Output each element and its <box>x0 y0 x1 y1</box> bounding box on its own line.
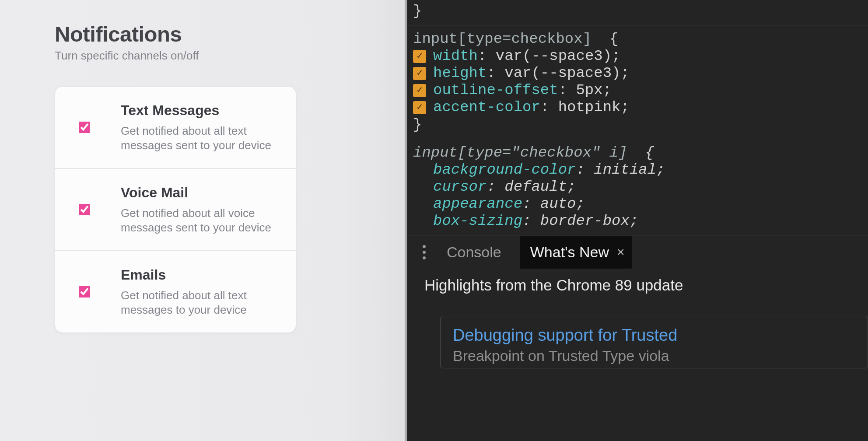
toggle-declaration-icon[interactable]: ✓ <box>413 67 426 80</box>
styles-pane[interactable]: } input[type=checkbox] { ✓ width: var(--… <box>407 0 868 235</box>
tab-whats-new[interactable]: What's New × <box>520 236 632 269</box>
notification-desc: Get notified about all text messages to … <box>121 288 278 317</box>
notification-text: Emails Get notified about all text messa… <box>121 267 283 317</box>
whats-new-headline: Highlights from the Chrome 89 update <box>424 276 868 294</box>
notification-desc: Get notified about all text messages sen… <box>121 124 278 152</box>
drawer-body: Highlights from the Chrome 89 update Deb… <box>407 269 868 368</box>
page-title: Notifications <box>55 22 350 46</box>
toggle-declaration-icon[interactable]: ✓ <box>413 84 426 97</box>
css-declaration: appearance: auto; <box>413 196 868 213</box>
css-prop: background-color <box>433 161 576 178</box>
checkbox-voice-mail[interactable] <box>79 204 90 215</box>
close-icon[interactable]: × <box>617 245 625 259</box>
css-prop: cursor <box>433 178 486 196</box>
css-val[interactable]: hotpink <box>558 99 621 116</box>
css-val: initial <box>594 161 656 178</box>
css-val[interactable]: var(--space3) <box>496 48 612 65</box>
notification-text: Text Messages Get notified about all tex… <box>121 102 283 152</box>
notification-text: Voice Mail Get notified about all voice … <box>121 185 283 234</box>
devtools-drawer: Console What's New × Highlights from the… <box>407 235 868 441</box>
css-declaration: cursor: default; <box>413 178 868 196</box>
rule-separator <box>407 25 868 25</box>
page-subtitle: Turn specific channels on/off <box>55 49 350 63</box>
css-prop: box-sizing <box>433 213 522 230</box>
checkbox-emails[interactable] <box>79 286 90 298</box>
css-declaration[interactable]: ✓ width: var(--space3); <box>413 48 868 65</box>
toggle-declaration-icon[interactable]: ✓ <box>413 50 426 63</box>
css-declaration[interactable]: ✓ accent-color: hotpink; <box>413 99 868 116</box>
css-val: auto <box>540 196 576 213</box>
tab-console[interactable]: Console <box>442 238 506 267</box>
tab-label: What's New <box>530 244 609 261</box>
css-rule-user-agent: input[type="checkbox" i] { background-co… <box>413 144 868 230</box>
rule-separator <box>407 139 868 139</box>
whats-new-article[interactable]: Debugging support for Trusted Breakpoint… <box>440 316 868 368</box>
css-declaration[interactable]: ✓ outline-offset: 5px; <box>413 82 868 99</box>
css-prop[interactable]: height <box>433 65 486 82</box>
notification-desc: Get notified about all voice messages se… <box>121 206 278 234</box>
toggle-declaration-icon[interactable]: ✓ <box>413 101 426 114</box>
brace-close: } <box>413 116 422 133</box>
css-val: default <box>504 178 567 196</box>
article-excerpt: Breakpoint on Trusted Type viola <box>453 347 855 364</box>
more-icon[interactable] <box>420 245 428 259</box>
article-link[interactable]: Debugging support for Trusted <box>453 326 855 345</box>
css-rule-user[interactable]: input[type=checkbox] { ✓ width: var(--sp… <box>413 31 868 133</box>
css-val[interactable]: var(--space3) <box>504 65 620 82</box>
brace-close: } <box>413 3 422 19</box>
css-prop[interactable]: accent-color <box>433 99 540 116</box>
notification-row-emails[interactable]: Emails Get notified about all text messa… <box>55 250 296 332</box>
css-prop[interactable]: width <box>433 48 478 65</box>
css-selector: input[type="checkbox" i] <box>413 144 627 161</box>
css-prop: appearance <box>433 196 522 213</box>
css-declaration[interactable]: ✓ height: var(--space3); <box>413 65 868 82</box>
checkbox-text-messages[interactable] <box>79 122 90 133</box>
devtools-panel: } input[type=checkbox] { ✓ width: var(--… <box>407 0 868 441</box>
page-preview: Notifications Turn specific channels on/… <box>0 0 407 441</box>
drawer-tabbar: Console What's New × <box>407 235 868 269</box>
brace-open <box>600 31 609 47</box>
css-val: border-box <box>540 213 630 230</box>
notifications-card: Text Messages Get notified about all tex… <box>55 86 296 333</box>
notification-row-voice-mail[interactable]: Voice Mail Get notified about all voice … <box>55 168 296 250</box>
notification-title: Text Messages <box>121 102 278 119</box>
notification-row-text-messages[interactable]: Text Messages Get notified about all tex… <box>55 87 296 168</box>
css-val[interactable]: 5px <box>576 82 602 99</box>
brace-open: { <box>645 144 654 161</box>
css-prop[interactable]: outline-offset <box>433 82 558 99</box>
css-selector[interactable]: input[type=checkbox] <box>413 31 592 47</box>
css-declaration: box-sizing: border-box; <box>413 213 868 230</box>
notification-title: Emails <box>121 267 278 283</box>
css-declaration: background-color: initial; <box>413 161 868 178</box>
notification-title: Voice Mail <box>121 185 278 201</box>
